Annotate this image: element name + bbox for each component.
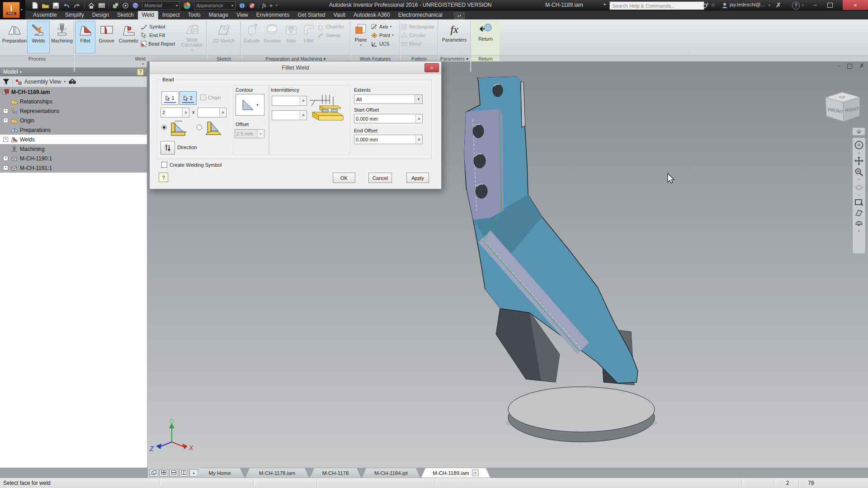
bead-report-button[interactable]: Bead Report xyxy=(141,40,178,47)
doc-minimize-icon[interactable]: – xyxy=(837,62,840,69)
tab-electromechanical[interactable]: Electromechanical xyxy=(394,11,447,19)
tab-design[interactable]: Design xyxy=(88,11,113,19)
measure-icon[interactable] xyxy=(122,2,129,9)
expand-plus-icon[interactable]: + xyxy=(3,137,8,142)
ucs-button[interactable]: UCS xyxy=(371,40,396,47)
tree-item-part-1190[interactable]: + M-CH-1190:1 xyxy=(0,154,147,163)
exchange-apps-icon[interactable]: ✗ xyxy=(776,1,781,9)
ribbon-collapse-button[interactable]: ▴▾ xyxy=(454,12,465,19)
tab-weld[interactable]: Weld xyxy=(138,11,158,19)
tree-item-machining[interactable]: Machining xyxy=(0,144,147,154)
tab-m-ch-1178[interactable]: M-CH-1178 xyxy=(310,468,361,478)
open-folder-icon[interactable] xyxy=(42,2,49,9)
qat-add-icon[interactable]: + xyxy=(269,2,273,9)
cancel-button[interactable]: Cancel xyxy=(368,173,392,183)
return-button[interactable]: Return xyxy=(473,21,498,53)
ok-button[interactable]: OK xyxy=(333,173,355,183)
find-binoculars-icon[interactable] xyxy=(68,79,76,84)
tab-m-ch-1178-iam[interactable]: M-CH-1178.iam xyxy=(245,468,309,478)
intermittency-length-value[interactable] xyxy=(272,98,300,103)
tab-environments[interactable]: Environments xyxy=(252,11,293,19)
leg2-flyout-icon[interactable]: > xyxy=(219,108,226,117)
tab-assemble[interactable]: Assemble xyxy=(29,11,61,19)
end-offset-value[interactable] xyxy=(354,137,415,142)
offset-input[interactable]: > xyxy=(235,129,264,138)
plane-button[interactable]: Plane ▾ xyxy=(351,21,370,53)
select-face-set-2-button[interactable]: 2 xyxy=(179,91,197,105)
expand-plus-icon[interactable]: + xyxy=(3,156,8,161)
fillet-weld-button[interactable]: Fillet xyxy=(75,21,95,53)
look-at-icon[interactable] xyxy=(854,209,863,217)
rectangular-pattern-button[interactable]: Rectangular xyxy=(401,23,436,30)
doc-close-icon[interactable]: ✗ xyxy=(859,62,864,69)
tab-m-ch-1189-iam[interactable]: M-CH-1189.iam × xyxy=(421,468,490,478)
expand-plus-icon[interactable]: + xyxy=(3,118,8,123)
color-wheel-icon[interactable] xyxy=(183,2,191,9)
return-group-label[interactable]: Return xyxy=(472,56,500,62)
preparation-button[interactable]: Preparation xyxy=(3,21,26,53)
tree-item-representations[interactable]: + Representations xyxy=(0,106,147,116)
mirror-button[interactable]: Mirror xyxy=(401,40,436,47)
community-icon[interactable] xyxy=(702,2,709,10)
fillet-feature-button[interactable]: Fillet xyxy=(300,21,317,53)
revolve-button[interactable]: Revolve xyxy=(262,21,282,53)
welds-button[interactable]: Welds xyxy=(27,21,50,53)
select-face-set-1-button[interactable]: 1 xyxy=(161,91,179,105)
zoom-window-icon[interactable] xyxy=(854,198,863,206)
component-icon[interactable] xyxy=(112,2,119,9)
doc-restore-icon[interactable] xyxy=(847,64,852,69)
tab-get-started[interactable]: Get Started xyxy=(293,11,329,19)
wheel-caret-icon[interactable]: ▾ xyxy=(858,152,860,154)
assembly-view-icon[interactable] xyxy=(15,79,22,85)
close-button[interactable]: × xyxy=(843,0,868,10)
signed-in-user[interactable]: jay.tedeschi@... xyxy=(730,2,765,7)
material-dropdown[interactable]: Material▾ xyxy=(142,1,180,10)
user-menu-caret-icon[interactable]: ▾ xyxy=(769,4,770,7)
browser-close-icon[interactable]: × xyxy=(142,61,144,66)
leg1-flyout-icon[interactable]: > xyxy=(182,108,189,117)
tab-simplify[interactable]: Simplify xyxy=(61,11,88,19)
tile-vertical-icon[interactable] xyxy=(179,469,188,477)
fx-parameters-icon[interactable]: fx xyxy=(262,2,266,9)
undo-icon[interactable] xyxy=(62,2,70,9)
leg2-value[interactable] xyxy=(198,110,219,115)
parameters-button[interactable]: fx Parameters xyxy=(440,21,469,53)
chamfer-button[interactable]: Chamfer xyxy=(318,23,347,30)
intermittency-pitch-input[interactable]: > xyxy=(272,110,307,120)
navbar-customize-caret-icon[interactable]: ▾ xyxy=(858,230,860,233)
weld-calculator-button[interactable]: Weld Calculator ▾ xyxy=(179,21,205,53)
minimize-button[interactable]: – xyxy=(814,2,817,8)
direction-button[interactable] xyxy=(160,141,175,155)
expand-plus-icon[interactable]: + xyxy=(3,165,8,170)
tab-view[interactable]: View xyxy=(232,11,252,19)
symbol-button[interactable]: Symbol xyxy=(141,23,178,30)
intermittency-pitch-flyout-icon[interactable]: > xyxy=(300,111,307,120)
extents-dropdown[interactable]: All ▾ xyxy=(354,94,423,104)
qat-customize-caret-icon[interactable]: ▾ xyxy=(276,4,278,7)
help-menu-caret-icon[interactable]: ▾ xyxy=(802,4,804,7)
leg-radio[interactable] xyxy=(197,125,202,130)
tab-vault[interactable]: Vault xyxy=(330,11,349,19)
search-expand-icon[interactable]: ▸ xyxy=(604,2,606,6)
tab-my-home[interactable]: My Home xyxy=(195,468,244,478)
tab-inspect[interactable]: Inspect xyxy=(158,11,184,19)
dialog-help-button[interactable]: ? xyxy=(159,173,168,182)
home-icon[interactable] xyxy=(88,2,95,9)
browser-view-mode[interactable]: Assembly View xyxy=(24,79,61,85)
search-input[interactable]: Search Help & Commands... xyxy=(609,1,704,10)
groove-weld-button[interactable]: Groove xyxy=(96,21,117,53)
tile-horizontal-icon[interactable] xyxy=(170,469,178,477)
dialog-close-button[interactable]: × xyxy=(425,63,439,72)
axis-button[interactable]: Axis ▾ xyxy=(371,23,396,30)
screenshot-icon[interactable] xyxy=(98,2,105,9)
tree-item-origin[interactable]: + Origin xyxy=(0,116,147,125)
appearance-dropdown[interactable]: Appearance▾ xyxy=(194,1,236,10)
leg2-input[interactable]: > xyxy=(198,108,226,117)
clear-appearance-icon[interactable] xyxy=(249,2,255,9)
tab-manage[interactable]: Manage xyxy=(205,11,232,19)
tree-item-welds[interactable]: + Welds xyxy=(0,135,147,144)
leg1-input[interactable]: > xyxy=(160,108,189,117)
viewcube-top-label[interactable]: TOP xyxy=(839,95,846,99)
apply-button[interactable]: Apply xyxy=(406,173,429,183)
navigation-wheel-icon[interactable] xyxy=(854,140,864,150)
